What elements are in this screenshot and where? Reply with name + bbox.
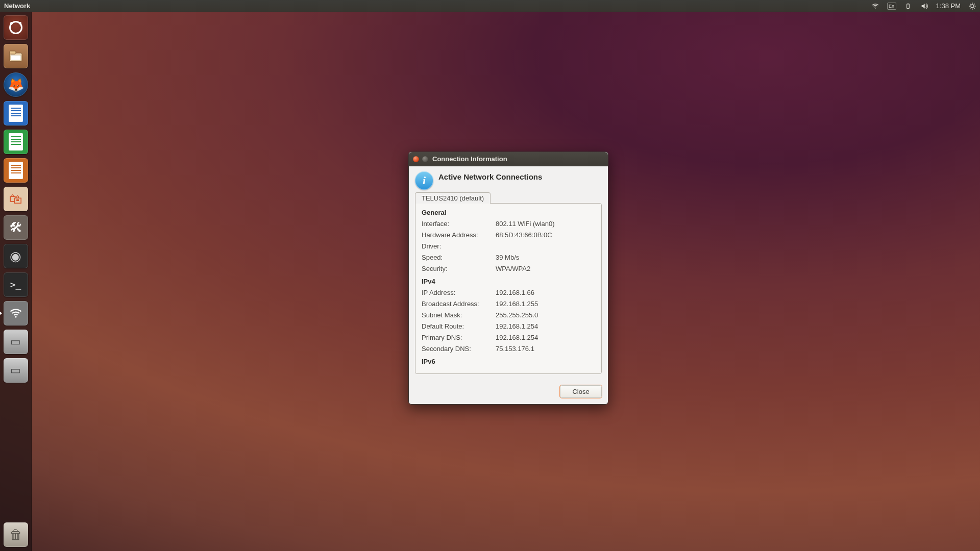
launcher-item-disk-a[interactable]: ▭ xyxy=(4,330,28,354)
label-speed: Speed: xyxy=(422,252,496,263)
document-writer-icon xyxy=(9,105,23,122)
svg-rect-5 xyxy=(10,51,16,54)
value-hw-address: 68:5D:43:66:0B:0C xyxy=(496,230,595,241)
launcher-item-software-center[interactable]: 🛍 xyxy=(4,187,28,211)
session-indicator-icon[interactable] xyxy=(968,2,977,11)
label-default-route: Default Route: xyxy=(422,321,496,332)
value-default-route: 192.168.1.254 xyxy=(496,321,595,332)
launcher-item-system-settings[interactable]: 🛠 xyxy=(4,215,28,240)
keyboard-layout-indicator[interactable]: En xyxy=(887,3,896,10)
label-secondary-dns: Secondary DNS: xyxy=(422,343,496,355)
value-speed: 39 Mb/s xyxy=(496,252,595,263)
terminal-icon: >_ xyxy=(10,280,21,289)
tab-panel: General Interface:802.11 WiFi (wlan0) Ha… xyxy=(415,203,602,374)
launcher-item-trash[interactable]: 🗑 xyxy=(4,522,28,547)
dialog-heading: Active Network Connections xyxy=(438,172,542,181)
launcher-item-firefox[interactable]: 🦊 xyxy=(4,72,28,97)
value-interface: 802.11 WiFi (wlan0) xyxy=(496,218,595,230)
launcher-item-network[interactable] xyxy=(4,301,28,325)
section-general-title: General xyxy=(422,209,595,216)
value-secondary-dns: 75.153.176.1 xyxy=(496,343,595,355)
wifi-indicator-icon[interactable] xyxy=(871,2,880,11)
launcher: 🦊 🛍 🛠 ◉ >_ ▭ ▭ 🗑 xyxy=(0,12,32,551)
label-primary-dns: Primary DNS: xyxy=(422,332,496,343)
label-security: Security: xyxy=(422,263,496,274)
firefox-icon: 🦊 xyxy=(8,78,24,91)
menubar: Network En 1:38 PM xyxy=(0,0,980,12)
window-minimize-button[interactable] xyxy=(422,156,428,162)
label-hw-address: Hardware Address: xyxy=(422,230,496,241)
label-interface: Interface: xyxy=(422,218,496,230)
svg-point-3 xyxy=(971,5,974,8)
shopping-bag-icon: 🛍 xyxy=(9,192,22,206)
clock-indicator[interactable]: 1:38 PM xyxy=(936,2,961,10)
window-close-button[interactable] xyxy=(413,156,419,162)
value-broadcast: 192.168.1.255 xyxy=(496,298,595,310)
svg-point-0 xyxy=(875,8,876,9)
value-security: WPA/WPA2 xyxy=(496,263,595,274)
safe-icon: ◉ xyxy=(10,249,21,263)
info-icon: i xyxy=(415,171,433,190)
document-impress-icon xyxy=(9,162,23,179)
connection-tabs: TELUS2410 (default) General Interface:80… xyxy=(415,192,602,374)
svg-point-7 xyxy=(15,316,16,317)
wifi-icon xyxy=(8,305,24,321)
connection-information-dialog: Connection Information i Active Network … xyxy=(408,152,608,405)
sound-indicator-icon[interactable] xyxy=(920,2,929,11)
close-button[interactable]: Close xyxy=(560,385,602,398)
value-driver xyxy=(496,241,595,252)
launcher-item-calc[interactable] xyxy=(4,130,28,154)
value-ip-address: 192.168.1.66 xyxy=(496,287,595,298)
launcher-item-disk-b[interactable]: ▭ xyxy=(4,358,28,383)
svg-rect-1 xyxy=(906,4,909,8)
active-app-title: Network xyxy=(4,2,30,10)
dialog-title: Connection Information xyxy=(432,155,507,163)
svg-rect-2 xyxy=(907,3,908,4)
section-ipv4-title: IPv4 xyxy=(422,278,595,285)
value-primary-dns: 192.168.1.254 xyxy=(496,332,595,343)
trash-icon: 🗑 xyxy=(9,528,22,541)
gear-wrench-icon: 🛠 xyxy=(9,221,22,234)
svg-rect-6 xyxy=(11,55,21,60)
tab-connection[interactable]: TELUS2410 (default) xyxy=(415,192,491,204)
launcher-item-files[interactable] xyxy=(4,44,28,68)
label-broadcast: Broadcast Address: xyxy=(422,298,496,310)
launcher-item-writer[interactable] xyxy=(4,101,28,126)
hard-drive-icon: ▭ xyxy=(10,365,21,376)
launcher-item-impress[interactable] xyxy=(4,158,28,183)
launcher-item-backup[interactable]: ◉ xyxy=(4,244,28,268)
indicator-area: En 1:38 PM xyxy=(871,2,977,11)
value-subnet-mask: 255.255.255.0 xyxy=(496,310,595,321)
label-ip-address: IP Address: xyxy=(422,287,496,298)
label-subnet-mask: Subnet Mask: xyxy=(422,310,496,321)
hard-drive-icon: ▭ xyxy=(10,336,21,347)
ubuntu-logo-icon xyxy=(9,21,22,34)
document-calc-icon xyxy=(9,133,23,151)
label-driver: Driver: xyxy=(422,241,496,252)
file-manager-icon xyxy=(8,48,24,64)
launcher-item-terminal[interactable]: >_ xyxy=(4,272,28,297)
launcher-item-dash[interactable] xyxy=(4,15,28,40)
dialog-titlebar[interactable]: Connection Information xyxy=(409,152,608,166)
section-ipv6-title: IPv6 xyxy=(422,358,595,365)
battery-indicator-icon[interactable] xyxy=(903,2,913,11)
